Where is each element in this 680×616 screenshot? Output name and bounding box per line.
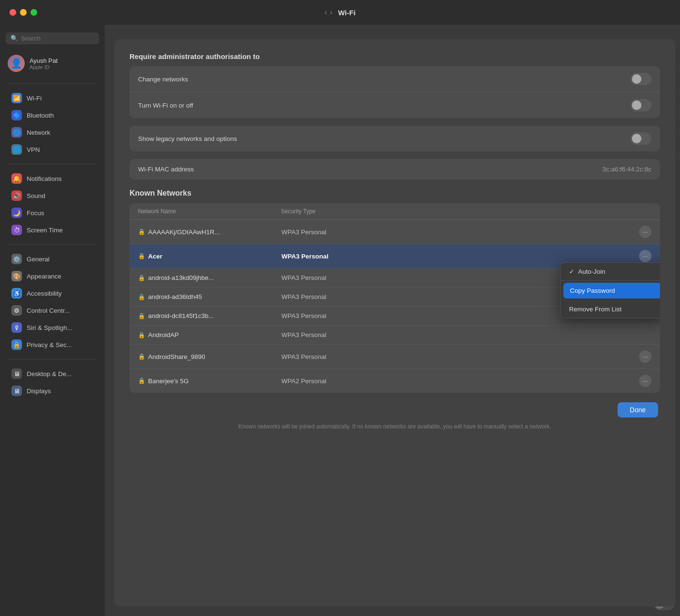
- sidebar-item-privacy[interactable]: 🔒 Privacy & Sec...: [4, 336, 101, 353]
- copy-password-label: Copy Password: [570, 287, 615, 294]
- network-icon: 🌐: [11, 127, 22, 138]
- divider-3: [8, 244, 97, 245]
- sidebar-item-network[interactable]: 🌐 Network: [4, 124, 101, 141]
- sidebar-item-displays[interactable]: 🖥 Displays: [4, 382, 101, 399]
- user-profile[interactable]: 👤 Ayush Pat Apple ID: [0, 51, 105, 79]
- more-btn-2[interactable]: ···: [639, 250, 651, 262]
- sidebar-item-notifications[interactable]: 🔔 Notifications: [4, 170, 101, 187]
- checkmark-icon: ✓: [569, 268, 574, 275]
- network-row-2[interactable]: 🔒 Acer WPA3 Personal ··· ✓ Auto-Join Cop…: [130, 244, 660, 268]
- user-name: Ayush Pat: [30, 57, 58, 64]
- admin-settings-group: Change networks Turn Wi-Fi on or off: [130, 66, 660, 118]
- network-security-8: WPA2 Personal: [281, 378, 639, 385]
- title-center: ‹ › Wi-Fi: [324, 8, 355, 17]
- sidebar-label-desktop: Desktop & De...: [27, 370, 72, 378]
- sidebar-item-desktop[interactable]: 🖥 Desktop & De...: [4, 365, 101, 382]
- sidebar-item-screen-time[interactable]: ⏱ Screen Time: [4, 221, 101, 238]
- more-btn-7[interactable]: ···: [639, 350, 651, 363]
- sidebar-item-wifi[interactable]: 📶 Wi-Fi: [4, 89, 101, 107]
- remove-from-list-label: Remove From List: [569, 306, 621, 313]
- turn-wifi-row: Turn Wi-Fi on or off: [130, 92, 660, 118]
- forward-arrow[interactable]: ›: [330, 8, 332, 17]
- lock-icon-5: 🔒: [138, 313, 145, 319]
- turn-wifi-toggle[interactable]: [630, 99, 651, 111]
- change-networks-row: Change networks: [130, 66, 660, 92]
- sidebar-label-focus: Focus: [27, 209, 44, 217]
- sidebar-item-appearance[interactable]: 🎨 Appearance: [4, 268, 101, 285]
- lock-icon-8: 🔒: [138, 378, 145, 384]
- network-row-6[interactable]: 🔒 AndroidAP WPA3 Personal: [130, 326, 660, 345]
- network-name-1: AAAAAKj/GDIAAwH1R...: [148, 229, 281, 236]
- traffic-lights: [10, 9, 37, 16]
- sidebar-item-bluetooth[interactable]: 🔷 Bluetooth: [4, 107, 101, 124]
- toggle-knob-3: [632, 134, 641, 143]
- sidebar-label-appearance: Appearance: [27, 273, 61, 280]
- dropdown-remove-from-list[interactable]: Remove From List: [560, 300, 660, 318]
- sidebar-item-focus[interactable]: 🌙 Focus: [4, 204, 101, 221]
- legacy-networks-label: Show legacy networks and options: [138, 135, 237, 142]
- sidebar-label-sound: Sound: [27, 192, 45, 199]
- sidebar-item-vpn[interactable]: 🌐 VPN: [4, 141, 101, 158]
- legacy-networks-toggle[interactable]: [630, 132, 651, 145]
- divider-1: [8, 83, 97, 84]
- network-name-3: android-a13kd09jhbe...: [148, 274, 281, 281]
- sidebar-label-bluetooth: Bluetooth: [27, 112, 54, 119]
- sidebar: 🔍 👤 Ayush Pat Apple ID 📶 Wi-Fi 🔷 Bluetoo…: [0, 25, 105, 616]
- network-row-8[interactable]: 🔒 Banerjee's 5G WPA2 Personal ···: [130, 369, 660, 393]
- dropdown-copy-password[interactable]: Copy Password: [563, 283, 660, 298]
- network-name-2: Acer: [148, 253, 281, 260]
- mac-label: Wi-Fi MAC address: [138, 166, 194, 173]
- network-row-1[interactable]: 🔒 AAAAAKj/GDIAAwH1R... WPA3 Personal ···: [130, 220, 660, 244]
- network-row-7[interactable]: 🔒 AndroidShare_9890 WPA3 Personal ···: [130, 345, 660, 369]
- search-input[interactable]: [21, 35, 94, 42]
- col-security-header: Security Type: [281, 208, 651, 215]
- table-header: Network Name Security Type: [130, 203, 660, 220]
- sidebar-item-control-centre[interactable]: ⚙ Control Centr...: [4, 302, 101, 319]
- desktop-icon: 🖥: [11, 368, 22, 379]
- network-name-4: android-ad36tdh45: [148, 293, 281, 300]
- sidebar-item-accessibility[interactable]: ♿ Accessibility: [4, 285, 101, 302]
- dropdown-menu: ✓ Auto-Join Copy Password Remove From Li…: [560, 262, 660, 318]
- done-button[interactable]: Done: [618, 402, 658, 417]
- lock-icon-1: 🔒: [138, 229, 145, 235]
- change-networks-toggle[interactable]: [630, 73, 651, 85]
- sidebar-item-general[interactable]: ⚙️ General: [4, 250, 101, 268]
- maximize-button[interactable]: [30, 9, 37, 16]
- divider-4: [8, 359, 97, 359]
- network-security-7: WPA3 Personal: [281, 353, 639, 360]
- minimize-button[interactable]: [20, 9, 27, 16]
- sidebar-label-control-centre: Control Centr...: [27, 307, 70, 314]
- sidebar-section-display: 🖥 Desktop & De... 🖥 Displays: [0, 363, 105, 401]
- sound-icon: 🔊: [11, 190, 22, 201]
- networks-table: Network Name Security Type 🔒 AAAAAKj/GDI…: [130, 203, 660, 393]
- change-networks-label: Change networks: [138, 76, 188, 83]
- focus-icon: 🌙: [11, 208, 22, 218]
- back-arrow[interactable]: ‹: [324, 8, 327, 17]
- network-security-6: WPA3 Personal: [281, 331, 651, 338]
- bluetooth-icon: 🔷: [11, 110, 22, 120]
- sidebar-label-privacy: Privacy & Sec...: [27, 341, 72, 348]
- turn-wifi-label: Turn Wi-Fi on or off: [138, 102, 193, 109]
- control-centre-icon: ⚙: [11, 305, 22, 316]
- sidebar-section-preferences: ⚙️ General 🎨 Appearance ♿ Accessibility …: [0, 248, 105, 355]
- sidebar-label-notifications: Notifications: [27, 175, 62, 182]
- lock-icon-7: 🔒: [138, 353, 145, 360]
- more-btn-8[interactable]: ···: [639, 375, 651, 387]
- main-content: 🔒 🔒 📶 🔒 🔒 📶 🔒 📶 O: [105, 25, 680, 616]
- network-security-2: WPA3 Personal: [281, 253, 639, 260]
- dropdown-auto-join[interactable]: ✓ Auto-Join: [560, 263, 660, 281]
- appearance-icon: 🎨: [11, 271, 22, 281]
- sidebar-label-network: Network: [27, 129, 50, 136]
- vpn-icon: 🌐: [11, 144, 22, 155]
- panel-inner: Require administrator authorisation to C…: [114, 39, 675, 606]
- lock-icon-4: 🔒: [138, 294, 145, 300]
- sidebar-item-siri[interactable]: 🎙 Siri & Spotligh...: [4, 319, 101, 336]
- search-bar[interactable]: 🔍: [6, 32, 99, 44]
- more-btn-1[interactable]: ···: [639, 226, 651, 238]
- sidebar-label-accessibility: Accessibility: [27, 290, 62, 297]
- sidebar-label-wifi: Wi-Fi: [27, 95, 41, 102]
- close-button[interactable]: [10, 9, 16, 16]
- notifications-icon: 🔔: [11, 173, 22, 184]
- network-name-6: AndroidAP: [148, 331, 281, 338]
- sidebar-item-sound[interactable]: 🔊 Sound: [4, 187, 101, 204]
